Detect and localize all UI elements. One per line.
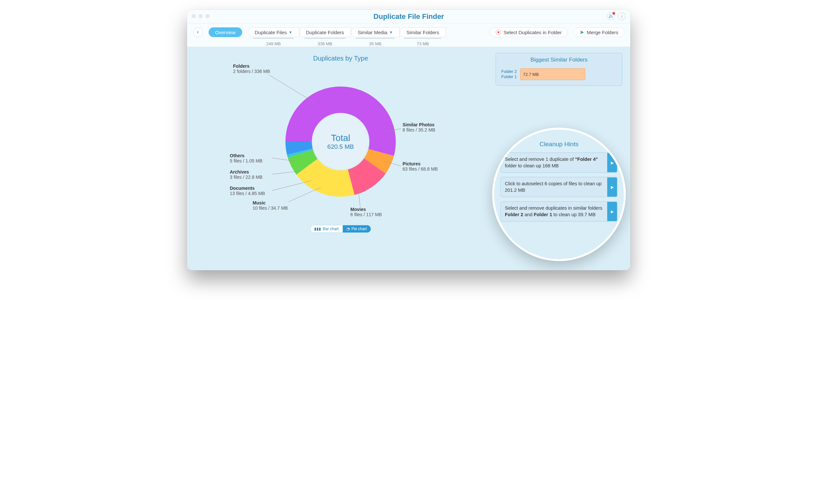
label-music: Music 10 files / 34.7 MB [253,200,288,211]
total-label: Total [331,133,350,143]
chart-title: Duplicates by Type [195,55,486,62]
chart-panel: Duplicates by Type Total 620.5 MB Folder… [195,53,486,264]
cleanup-hint[interactable]: Select and remove duplicates in similar … [500,201,618,222]
tab-duplicate-files[interactable]: Duplicate Files ▼ [248,27,299,37]
tab-label: Similar Folders [406,30,439,35]
overview-button[interactable]: Overview [209,27,242,37]
pie-chart-icon: ◔ [346,227,350,231]
label-documents: Documents 13 files / 4.85 MB [230,186,265,196]
merge-icon: ➤ [580,29,584,35]
select-duplicates-button[interactable]: Select Duplicates in Folder [489,27,568,37]
size-label: 72.7 MB [523,72,539,77]
back-button[interactable] [193,27,203,37]
total-value: 620.5 MB [327,143,354,150]
cleanup-hint[interactable]: Select and remove 1 duplicate of "Folder… [500,152,618,173]
tab-label: Similar Media [358,30,388,35]
hints-title: Cleanup Hints [539,141,578,148]
donut-chart: Total 620.5 MB Folders 2 folders / 336 M… [230,63,451,233]
bar-chart-toggle[interactable]: ▮▮▮ Bar chart [310,225,342,232]
close-icon[interactable] [192,14,196,18]
folder-size-bar: 72.7 MB [520,68,585,80]
tab-underline [356,38,395,39]
hint-text: Select and remove duplicates in similar … [501,202,607,221]
content-area: Duplicates by Type Total 620.5 MB Folder… [187,47,630,270]
window-controls[interactable] [192,14,210,18]
titlebar: Duplicate File Finder i [187,10,630,23]
side-panels: Biggest Similar Folders Folder 2 Folder … [495,53,623,264]
folder-pair-names: Folder 2 Folder 1 [501,69,517,79]
tab-underline [253,38,294,39]
toggle-label: Bar chart [323,227,339,231]
cleanup-hints-magnifier: Cleanup Hints Select and remove 1 duplic… [492,128,626,261]
label-others: Others 5 files / 1.05 MB [230,153,262,164]
button-label: Select Duplicates in Folder [503,30,562,35]
tab-size: 336 MB [318,41,333,46]
label-similar-photos: Similar Photos 8 files / 35.2 MB [403,122,435,132]
similar-folder-row[interactable]: Folder 2 Folder 1 72.7 MB [501,68,617,80]
tab-size: 73 MB [416,41,429,46]
donut-center: Total 620.5 MB [313,114,368,169]
svg-point-0 [609,17,610,18]
hint-text: Click to autoselect 6 copies of files to… [501,178,607,197]
toolbar: Overview Duplicate Files ▼ 249 MB Duplic… [187,23,630,47]
pie-chart-toggle[interactable]: ◔ Pie chart [342,225,371,232]
label-pictures: Pictures 63 files / 68.8 MB [403,161,438,172]
chevron-right-icon[interactable]: ▶ [607,202,617,221]
app-title: Duplicate File Finder [374,12,444,21]
tab-label: Duplicate Files [255,30,287,35]
chevron-right-icon[interactable]: ▶ [607,153,617,172]
button-label: Merge Folders [587,30,618,35]
cleanup-hint[interactable]: Click to autoselect 6 copies of files to… [500,177,618,197]
category-tabs: Duplicate Files ▼ 249 MB Duplicate Folde… [248,27,446,46]
chevron-down-icon: ▼ [289,30,292,34]
app-window: Duplicate File Finder i Overview Duplica… [187,10,630,270]
info-icon[interactable]: i [618,12,626,20]
tab-similar-folders[interactable]: Similar Folders [399,27,446,37]
select-target-icon [496,30,501,35]
chart-type-toggle: ▮▮▮ Bar chart ◔ Pie chart [310,225,371,233]
tab-underline [304,38,346,39]
zoom-icon[interactable] [205,14,210,18]
tab-similar-media[interactable]: Similar Media ▼ [351,27,400,37]
chevron-right-icon[interactable]: ▶ [607,178,617,197]
notification-dot-icon [612,12,615,15]
label-movies: Movies 6 files / 117 MB [350,207,382,217]
tab-underline [404,38,441,39]
bar-chart-icon: ▮▮▮ [314,227,321,231]
tab-size: 35 MB [369,41,382,46]
tab-label: Duplicate Folders [306,30,344,35]
merge-folders-button[interactable]: ➤ Merge Folders [574,27,624,37]
label-folders: Folders 2 folders / 336 MB [233,63,270,74]
minimize-icon[interactable] [198,14,203,18]
label-archives: Archives 3 files / 22.8 MB [230,169,262,180]
panel-title: Biggest Similar Folders [496,53,622,66]
toggle-label: Pie chart [351,227,367,231]
chevron-down-icon: ▼ [389,30,393,34]
rss-icon[interactable] [607,12,615,20]
biggest-similar-folders-panel: Biggest Similar Folders Folder 2 Folder … [495,53,623,86]
hint-text: Select and remove 1 duplicate of "Folder… [501,153,607,172]
tab-duplicate-folders[interactable]: Duplicate Folders [299,27,351,37]
tab-size: 249 MB [266,41,281,46]
